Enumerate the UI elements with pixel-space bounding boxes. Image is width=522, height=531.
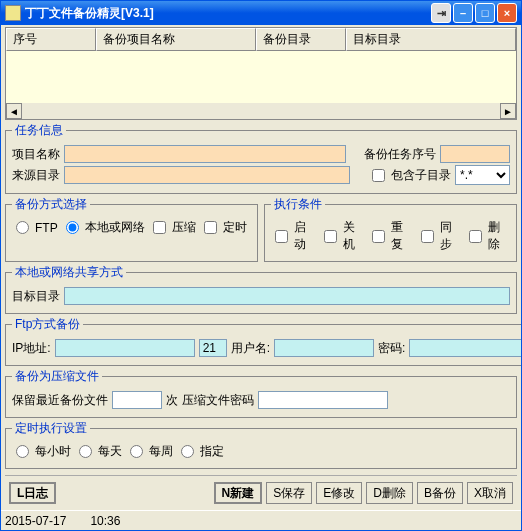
col-name[interactable]: 备份项目名称	[96, 28, 256, 51]
ftp-pass-input[interactable]	[409, 339, 521, 357]
zip-legend: 备份为压缩文件	[12, 368, 102, 385]
method-local-label: 本地或网络	[85, 219, 145, 236]
titlebar: 丁丁文件备份精灵[V3.1] ⇥ – □ ×	[1, 1, 521, 25]
zip-keep-input[interactable]	[112, 391, 162, 409]
window-controls: ⇥ – □ ×	[431, 3, 517, 23]
ftp-legend: Ftp方式备份	[12, 316, 83, 333]
exec-cond-group: 执行条件 启动 关机 重复 同步 删除	[264, 196, 517, 262]
ftp-user-input[interactable]	[274, 339, 374, 357]
task-seq-input[interactable]	[440, 145, 510, 163]
timing-daily-label: 每天	[98, 443, 122, 460]
include-subdir-checkbox[interactable]	[372, 169, 385, 182]
method-local-radio[interactable]	[66, 221, 79, 234]
timing-specify-label: 指定	[200, 443, 224, 460]
backup-button[interactable]: B备份	[417, 482, 463, 504]
cond-sync-checkbox[interactable]	[421, 230, 434, 243]
task-info-legend: 任务信息	[12, 122, 66, 139]
col-src[interactable]: 备份目录	[256, 28, 346, 51]
backup-method-legend: 备份方式选择	[12, 196, 90, 213]
cond-sync-label: 同步	[440, 219, 462, 253]
edit-button[interactable]: E修改	[316, 482, 362, 504]
task-info-group: 任务信息 项目名称 备份任务序号 来源目录 包含子目录 *.*	[5, 122, 517, 194]
task-seq-label: 备份任务序号	[364, 146, 436, 163]
status-time: 10:36	[90, 514, 120, 528]
cancel-button[interactable]: X取消	[467, 482, 513, 504]
cond-repeat-checkbox[interactable]	[372, 230, 385, 243]
statusbar: 2015-07-17 10:36	[1, 510, 521, 530]
scroll-right-icon[interactable]: ►	[500, 103, 516, 119]
ftp-group: Ftp方式备份 IP地址: 用户名: 密码:	[5, 316, 521, 366]
task-list: 序号 备份项目名称 备份目录 目标目录 ◄ ►	[5, 27, 517, 120]
include-subdir-label: 包含子目录	[391, 167, 451, 184]
exec-cond-legend: 执行条件	[271, 196, 325, 213]
src-dir-label: 来源目录	[12, 167, 60, 184]
minimize-button[interactable]: –	[453, 3, 473, 23]
timing-hourly-label: 每小时	[35, 443, 71, 460]
h-scrollbar[interactable]: ◄ ►	[6, 103, 516, 119]
bottom-toolbar: L日志 N新建 S保存 E修改 D删除 B备份 X取消	[5, 480, 517, 506]
app-icon	[5, 5, 21, 21]
timing-hourly-radio[interactable]	[16, 445, 29, 458]
content-area: 序号 备份项目名称 备份目录 目标目录 ◄ ► 任务信息 项目名称 备份任务序号	[1, 25, 521, 510]
cond-delete-label: 删除	[488, 219, 510, 253]
ftp-pass-label: 密码:	[378, 340, 405, 357]
cond-startup-label: 启动	[294, 219, 316, 253]
method-compress-label: 压缩	[172, 219, 196, 236]
ftp-ip-input[interactable]	[55, 339, 195, 357]
list-body[interactable]	[6, 51, 516, 103]
log-button[interactable]: L日志	[9, 482, 56, 504]
new-button[interactable]: N新建	[214, 482, 263, 504]
method-ftp-radio[interactable]	[16, 221, 29, 234]
timing-legend: 定时执行设置	[12, 420, 90, 437]
ftp-port-input[interactable]	[199, 339, 227, 357]
method-timing-label: 定时	[223, 219, 247, 236]
window-title: 丁丁文件备份精灵[V3.1]	[25, 5, 431, 22]
timing-weekly-radio[interactable]	[130, 445, 143, 458]
src-dir-input[interactable]	[64, 166, 350, 184]
cond-delete-checkbox[interactable]	[469, 230, 482, 243]
target-dir-label: 目标目录	[12, 288, 60, 305]
share-group: 本地或网络共享方式 目标目录	[5, 264, 517, 314]
list-header: 序号 备份项目名称 备份目录 目标目录	[6, 28, 516, 51]
timing-daily-radio[interactable]	[79, 445, 92, 458]
timing-specify-radio[interactable]	[181, 445, 194, 458]
pin-button[interactable]: ⇥	[431, 3, 451, 23]
zip-times-label: 次	[166, 392, 178, 409]
method-compress-checkbox[interactable]	[153, 221, 166, 234]
status-date: 2015-07-17	[5, 514, 66, 528]
maximize-button[interactable]: □	[475, 3, 495, 23]
method-timing-checkbox[interactable]	[204, 221, 217, 234]
share-legend: 本地或网络共享方式	[12, 264, 126, 281]
col-dst[interactable]: 目标目录	[346, 28, 516, 51]
timing-group: 定时执行设置 每小时 每天 每周 指定	[5, 420, 517, 469]
project-name-input[interactable]	[64, 145, 346, 163]
method-ftp-label: FTP	[35, 221, 58, 235]
main-window: 丁丁文件备份精灵[V3.1] ⇥ – □ × 序号 备份项目名称 备份目录 目标…	[0, 0, 522, 531]
timing-weekly-label: 每周	[149, 443, 173, 460]
ftp-user-label: 用户名:	[231, 340, 270, 357]
ftp-ip-label: IP地址:	[12, 340, 51, 357]
zip-pass-input[interactable]	[258, 391, 388, 409]
save-button[interactable]: S保存	[266, 482, 312, 504]
delete-button[interactable]: D删除	[366, 482, 413, 504]
cond-startup-checkbox[interactable]	[275, 230, 288, 243]
project-name-label: 项目名称	[12, 146, 60, 163]
backup-method-group: 备份方式选择 FTP 本地或网络 压缩 定时	[5, 196, 258, 262]
scroll-left-icon[interactable]: ◄	[6, 103, 22, 119]
target-dir-input[interactable]	[64, 287, 510, 305]
cond-repeat-label: 重复	[391, 219, 413, 253]
filter-combo[interactable]: *.*	[455, 165, 510, 185]
zip-group: 备份为压缩文件 保留最近备份文件 次 压缩文件密码	[5, 368, 517, 418]
col-seq[interactable]: 序号	[6, 28, 96, 51]
zip-keep-label: 保留最近备份文件	[12, 392, 108, 409]
cond-shutdown-checkbox[interactable]	[324, 230, 337, 243]
zip-pass-label: 压缩文件密码	[182, 392, 254, 409]
cond-shutdown-label: 关机	[343, 219, 365, 253]
close-button[interactable]: ×	[497, 3, 517, 23]
